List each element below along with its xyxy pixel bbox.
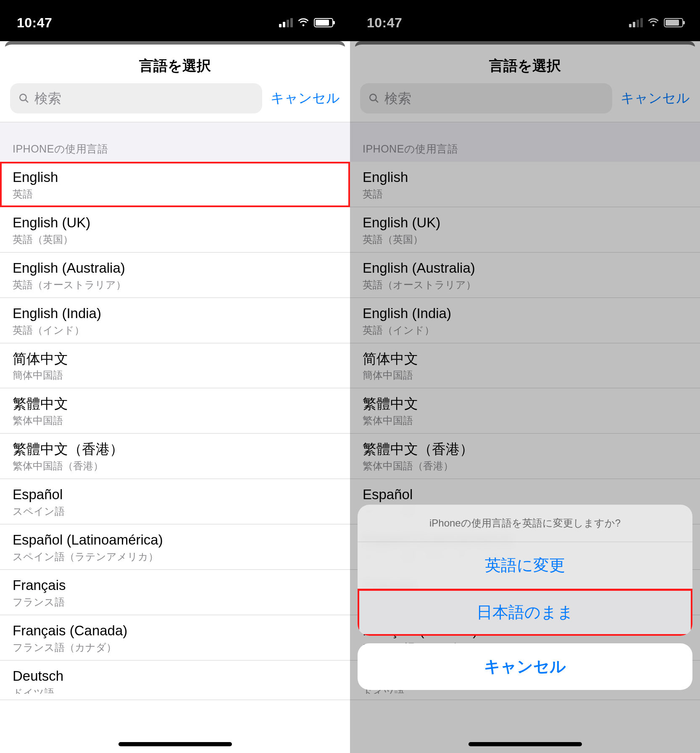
language-row[interactable]: English (Australia)英語（オーストラリア） xyxy=(0,253,350,298)
search-icon xyxy=(18,92,29,104)
svg-point-2 xyxy=(370,94,376,100)
search-row: キャンセル xyxy=(0,83,350,122)
svg-line-3 xyxy=(375,100,378,103)
status-icons xyxy=(279,18,333,27)
battery-icon xyxy=(314,18,333,27)
language-row[interactable]: English (Australia)英語（オーストラリア） xyxy=(350,253,700,298)
change-to-english-button[interactable]: 英語に変更 xyxy=(358,542,692,589)
cellular-icon xyxy=(279,18,293,27)
battery-icon xyxy=(664,18,683,27)
action-sheet-group: iPhoneの使用言語を英語に変更しますか? 英語に変更 日本語のまま xyxy=(358,505,692,636)
language-row[interactable]: Español (Latinoamérica)スペイン語（ラテンアメリカ） xyxy=(0,524,350,570)
language-row[interactable]: Françaisフランス語 xyxy=(0,570,350,615)
cancel-link[interactable]: キャンセル xyxy=(621,89,690,108)
action-sheet-message: iPhoneの使用言語を英語に変更しますか? xyxy=(358,505,692,542)
section-header: IPHONEの使用言語 xyxy=(350,122,700,162)
cellular-icon xyxy=(629,18,643,27)
search-row: キャンセル xyxy=(350,83,700,122)
home-indicator[interactable] xyxy=(118,742,232,746)
status-icons xyxy=(629,18,683,27)
language-row[interactable]: English (UK)英語（英国） xyxy=(350,207,700,253)
phone-left: 10:47 言語を選択 キャンセル IPHONEの使用言語 English英語 … xyxy=(0,0,350,753)
section-title: IPHONEの使用言語 xyxy=(13,142,108,156)
wifi-icon xyxy=(297,18,310,27)
language-row[interactable]: 简体中文簡体中国語 xyxy=(350,343,700,389)
language-row[interactable]: Français (Canada)フランス語（カナダ） xyxy=(0,615,350,661)
search-input[interactable] xyxy=(384,91,604,106)
language-row[interactable]: 繁體中文（香港）繁体中国語（香港） xyxy=(0,434,350,479)
language-row[interactable]: Españolスペイン語 xyxy=(0,479,350,524)
sheet-title: 言語を選択 xyxy=(350,56,700,76)
status-time: 10:47 xyxy=(367,15,402,31)
action-sheet: iPhoneの使用言語を英語に変更しますか? 英語に変更 日本語のまま キャンセ… xyxy=(350,498,700,753)
section-title: IPHONEの使用言語 xyxy=(363,142,458,156)
status-time: 10:47 xyxy=(17,15,52,31)
language-sheet: 言語を選択 キャンセル IPHONEの使用言語 English英語 Englis… xyxy=(0,45,350,753)
cancel-link[interactable]: キャンセル xyxy=(271,89,340,108)
sheet-title: 言語を選択 xyxy=(0,56,350,76)
phone-right: 10:47 言語を選択 キャンセル IPHONEの使用言語 English英語 … xyxy=(350,0,700,753)
language-row[interactable]: English (India)英語（インド） xyxy=(0,298,350,343)
section-header: IPHONEの使用言語 xyxy=(0,122,350,162)
language-row[interactable]: 繁體中文繁体中国語 xyxy=(0,388,350,434)
language-row-english[interactable]: English英語 xyxy=(350,162,700,207)
status-bar: 10:47 xyxy=(350,0,700,41)
svg-line-1 xyxy=(25,100,28,103)
sheet-header: 言語を選択 xyxy=(0,45,350,83)
language-row[interactable]: 简体中文簡体中国語 xyxy=(0,343,350,389)
search-input[interactable] xyxy=(34,91,254,106)
wifi-icon xyxy=(647,18,660,27)
status-bar: 10:47 xyxy=(0,0,350,41)
language-row[interactable]: English (UK)英語（英国） xyxy=(0,207,350,253)
action-sheet-cancel-button[interactable]: キャンセル xyxy=(358,643,692,690)
search-box[interactable] xyxy=(360,83,612,113)
language-row[interactable]: English (India)英語（インド） xyxy=(350,298,700,343)
home-indicator[interactable] xyxy=(468,742,582,746)
keep-japanese-button[interactable]: 日本語のまま xyxy=(358,589,692,636)
search-icon xyxy=(368,92,379,104)
svg-point-0 xyxy=(20,94,26,100)
language-row[interactable]: 繁體中文（香港）繁体中国語（香港） xyxy=(350,434,700,479)
language-row[interactable]: Deutschドイツ語 xyxy=(0,661,350,700)
language-row[interactable]: 繁體中文繁体中国語 xyxy=(350,388,700,434)
language-list: English英語 English (UK)英語（英国） English (Au… xyxy=(0,162,350,700)
language-row-english[interactable]: English英語 xyxy=(0,162,350,207)
search-box[interactable] xyxy=(10,83,262,113)
sheet-header: 言語を選択 xyxy=(350,45,700,83)
